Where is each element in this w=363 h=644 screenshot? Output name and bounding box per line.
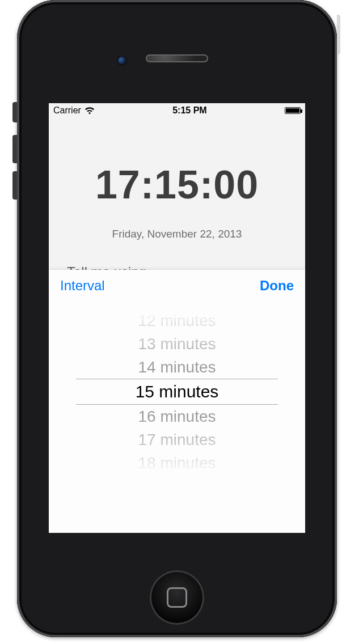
- done-button[interactable]: Done: [260, 278, 294, 294]
- interval-picker[interactable]: 12 minutes13 minutes14 minutes15 minutes…: [49, 310, 305, 474]
- clock-date: Friday, November 22, 2013: [49, 228, 305, 240]
- status-time: 5:15 PM: [172, 105, 206, 116]
- sheet-header: Interval Done: [49, 270, 305, 299]
- picker-option-selected[interactable]: 15 minutes: [136, 379, 219, 405]
- wifi-icon: [85, 107, 95, 115]
- volume-up-button: [12, 135, 17, 163]
- picker-option[interactable]: 14 minutes: [138, 355, 216, 379]
- status-bar: Carrier 5:15 PM: [49, 103, 305, 118]
- front-camera: [118, 57, 126, 65]
- phone-frame: Carrier 5:15 PM 17:15:00 Friday, Novembe…: [17, 0, 337, 637]
- interval-picker-sheet: Interval Done 12 minutes13 minutes14 min…: [49, 270, 305, 533]
- volume-down-button: [12, 171, 17, 200]
- picker-option[interactable]: 18 minutes: [138, 451, 216, 474]
- picker-option[interactable]: 13 minutes: [138, 332, 216, 355]
- picker-option[interactable]: 17 minutes: [138, 428, 216, 451]
- clock-time: 17:15:00: [49, 162, 305, 207]
- picker-option[interactable]: 12 minutes: [138, 310, 216, 332]
- carrier-label: Carrier: [53, 105, 81, 116]
- earpiece-speaker: [146, 54, 208, 62]
- sheet-title: Interval: [60, 278, 105, 294]
- silence-switch: [12, 102, 17, 122]
- battery-icon: [285, 107, 301, 114]
- home-button[interactable]: [150, 570, 204, 625]
- power-button: [337, 15, 340, 54]
- picker-option[interactable]: 16 minutes: [138, 405, 216, 428]
- screen: Carrier 5:15 PM 17:15:00 Friday, Novembe…: [49, 103, 305, 533]
